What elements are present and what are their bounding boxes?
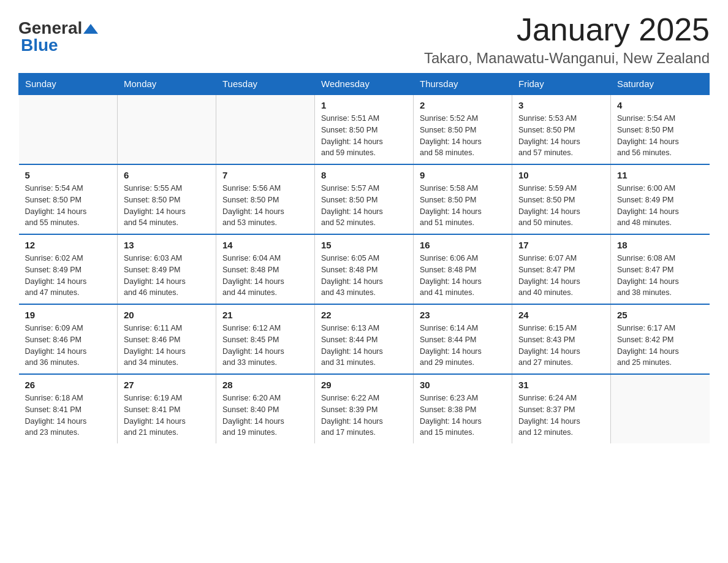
calendar-cell: 30Sunrise: 6:23 AM Sunset: 8:38 PM Dayli… <box>414 374 512 443</box>
week-row-1: 1Sunrise: 5:51 AM Sunset: 8:50 PM Daylig… <box>19 94 710 164</box>
day-info: Sunrise: 6:17 AM Sunset: 8:42 PM Dayligh… <box>617 323 703 369</box>
calendar-cell: 24Sunrise: 6:15 AM Sunset: 8:43 PM Dayli… <box>512 304 611 374</box>
calendar-cell: 2Sunrise: 5:52 AM Sunset: 8:50 PM Daylig… <box>414 94 512 164</box>
day-number: 18 <box>617 240 703 250</box>
calendar-cell: 9Sunrise: 5:58 AM Sunset: 8:50 PM Daylig… <box>414 164 512 234</box>
day-info: Sunrise: 6:11 AM Sunset: 8:46 PM Dayligh… <box>124 323 210 369</box>
day-info: Sunrise: 6:08 AM Sunset: 8:47 PM Dayligh… <box>617 253 703 299</box>
weekday-thursday: Thursday <box>414 74 512 95</box>
calendar-cell <box>216 94 315 164</box>
calendar-cell: 5Sunrise: 5:54 AM Sunset: 8:50 PM Daylig… <box>19 164 118 234</box>
logo: General Blue <box>18 18 98 55</box>
calendar-cell: 26Sunrise: 6:18 AM Sunset: 8:41 PM Dayli… <box>19 374 118 443</box>
day-number: 15 <box>321 240 407 250</box>
day-number: 22 <box>321 310 407 320</box>
weekday-wednesday: Wednesday <box>315 74 414 95</box>
day-number: 21 <box>222 310 308 320</box>
day-info: Sunrise: 5:55 AM Sunset: 8:50 PM Dayligh… <box>124 183 210 229</box>
title-section: January 2025 Takaro, Manawatu-Wanganui, … <box>424 12 710 67</box>
weekday-monday: Monday <box>118 74 216 95</box>
calendar-cell: 13Sunrise: 6:03 AM Sunset: 8:49 PM Dayli… <box>118 234 216 304</box>
calendar-cell: 6Sunrise: 5:55 AM Sunset: 8:50 PM Daylig… <box>118 164 216 234</box>
day-info: Sunrise: 6:12 AM Sunset: 8:45 PM Dayligh… <box>222 323 308 369</box>
week-row-2: 5Sunrise: 5:54 AM Sunset: 8:50 PM Daylig… <box>19 164 710 234</box>
day-number: 13 <box>124 240 210 250</box>
day-number: 10 <box>518 170 604 180</box>
calendar-cell: 12Sunrise: 6:02 AM Sunset: 8:49 PM Dayli… <box>19 234 118 304</box>
calendar-cell: 20Sunrise: 6:11 AM Sunset: 8:46 PM Dayli… <box>118 304 216 374</box>
weekday-sunday: Sunday <box>19 74 118 95</box>
calendar-cell <box>19 94 118 164</box>
day-info: Sunrise: 6:07 AM Sunset: 8:47 PM Dayligh… <box>518 253 604 299</box>
day-info: Sunrise: 5:53 AM Sunset: 8:50 PM Dayligh… <box>518 113 604 159</box>
day-info: Sunrise: 6:04 AM Sunset: 8:48 PM Dayligh… <box>222 253 308 299</box>
day-number: 26 <box>25 380 112 390</box>
day-info: Sunrise: 6:14 AM Sunset: 8:44 PM Dayligh… <box>420 323 506 369</box>
page-header: General Blue January 2025 Takaro, Manawa… <box>18 12 710 67</box>
day-number: 14 <box>222 240 308 250</box>
day-number: 5 <box>25 170 112 180</box>
day-info: Sunrise: 5:54 AM Sunset: 8:50 PM Dayligh… <box>617 113 703 159</box>
day-number: 9 <box>420 170 506 180</box>
day-number: 25 <box>617 310 703 320</box>
day-info: Sunrise: 5:56 AM Sunset: 8:50 PM Dayligh… <box>222 183 308 229</box>
calendar-cell: 16Sunrise: 6:06 AM Sunset: 8:48 PM Dayli… <box>414 234 512 304</box>
day-info: Sunrise: 6:22 AM Sunset: 8:39 PM Dayligh… <box>321 393 407 439</box>
day-number: 12 <box>25 240 112 250</box>
calendar-cell: 23Sunrise: 6:14 AM Sunset: 8:44 PM Dayli… <box>414 304 512 374</box>
calendar-cell: 11Sunrise: 6:00 AM Sunset: 8:49 PM Dayli… <box>611 164 710 234</box>
calendar-cell: 18Sunrise: 6:08 AM Sunset: 8:47 PM Dayli… <box>611 234 710 304</box>
day-number: 3 <box>518 100 604 110</box>
day-info: Sunrise: 6:23 AM Sunset: 8:38 PM Dayligh… <box>420 393 506 439</box>
calendar-cell: 3Sunrise: 5:53 AM Sunset: 8:50 PM Daylig… <box>512 94 611 164</box>
calendar-cell: 31Sunrise: 6:24 AM Sunset: 8:37 PM Dayli… <box>512 374 611 443</box>
calendar-cell: 17Sunrise: 6:07 AM Sunset: 8:47 PM Dayli… <box>512 234 611 304</box>
day-number: 7 <box>222 170 308 180</box>
weekday-friday: Friday <box>512 74 611 95</box>
day-number: 24 <box>518 310 604 320</box>
day-info: Sunrise: 6:06 AM Sunset: 8:48 PM Dayligh… <box>420 253 506 299</box>
calendar-cell: 14Sunrise: 6:04 AM Sunset: 8:48 PM Dayli… <box>216 234 315 304</box>
weekday-saturday: Saturday <box>611 74 710 95</box>
week-row-4: 19Sunrise: 6:09 AM Sunset: 8:46 PM Dayli… <box>19 304 710 374</box>
day-number: 11 <box>617 170 703 180</box>
calendar-cell: 1Sunrise: 5:51 AM Sunset: 8:50 PM Daylig… <box>315 94 414 164</box>
day-info: Sunrise: 5:57 AM Sunset: 8:50 PM Dayligh… <box>321 183 407 229</box>
weekday-tuesday: Tuesday <box>216 74 315 95</box>
month-title: January 2025 <box>424 12 710 47</box>
day-info: Sunrise: 6:02 AM Sunset: 8:49 PM Dayligh… <box>25 253 112 299</box>
day-number: 27 <box>124 380 210 390</box>
day-number: 19 <box>25 310 112 320</box>
calendar-table: SundayMondayTuesdayWednesdayThursdayFrid… <box>18 73 710 443</box>
calendar-cell <box>611 374 710 443</box>
week-row-5: 26Sunrise: 6:18 AM Sunset: 8:41 PM Dayli… <box>19 374 710 443</box>
day-info: Sunrise: 6:19 AM Sunset: 8:41 PM Dayligh… <box>124 393 210 439</box>
calendar-cell: 4Sunrise: 5:54 AM Sunset: 8:50 PM Daylig… <box>611 94 710 164</box>
day-number: 23 <box>420 310 506 320</box>
day-number: 1 <box>321 100 407 110</box>
day-info: Sunrise: 5:59 AM Sunset: 8:50 PM Dayligh… <box>518 183 604 229</box>
day-number: 28 <box>222 380 308 390</box>
day-info: Sunrise: 5:52 AM Sunset: 8:50 PM Dayligh… <box>420 113 506 159</box>
calendar-body: 1Sunrise: 5:51 AM Sunset: 8:50 PM Daylig… <box>19 94 710 443</box>
week-row-3: 12Sunrise: 6:02 AM Sunset: 8:49 PM Dayli… <box>19 234 710 304</box>
weekday-header-row: SundayMondayTuesdayWednesdayThursdayFrid… <box>19 74 710 95</box>
day-info: Sunrise: 6:20 AM Sunset: 8:40 PM Dayligh… <box>222 393 308 439</box>
day-info: Sunrise: 6:05 AM Sunset: 8:48 PM Dayligh… <box>321 253 407 299</box>
calendar-cell <box>118 94 216 164</box>
day-number: 4 <box>617 100 703 110</box>
location-title: Takaro, Manawatu-Wanganui, New Zealand <box>424 50 710 67</box>
day-number: 31 <box>518 380 604 390</box>
day-info: Sunrise: 6:13 AM Sunset: 8:44 PM Dayligh… <box>321 323 407 369</box>
day-number: 20 <box>124 310 210 320</box>
day-info: Sunrise: 6:24 AM Sunset: 8:37 PM Dayligh… <box>518 393 604 439</box>
day-info: Sunrise: 5:58 AM Sunset: 8:50 PM Dayligh… <box>420 183 506 229</box>
calendar-cell: 7Sunrise: 5:56 AM Sunset: 8:50 PM Daylig… <box>216 164 315 234</box>
day-info: Sunrise: 6:15 AM Sunset: 8:43 PM Dayligh… <box>518 323 604 369</box>
day-info: Sunrise: 5:51 AM Sunset: 8:50 PM Dayligh… <box>321 113 407 159</box>
day-number: 17 <box>518 240 604 250</box>
calendar-cell: 28Sunrise: 6:20 AM Sunset: 8:40 PM Dayli… <box>216 374 315 443</box>
day-number: 6 <box>124 170 210 180</box>
day-number: 30 <box>420 380 506 390</box>
calendar-cell: 25Sunrise: 6:17 AM Sunset: 8:42 PM Dayli… <box>611 304 710 374</box>
